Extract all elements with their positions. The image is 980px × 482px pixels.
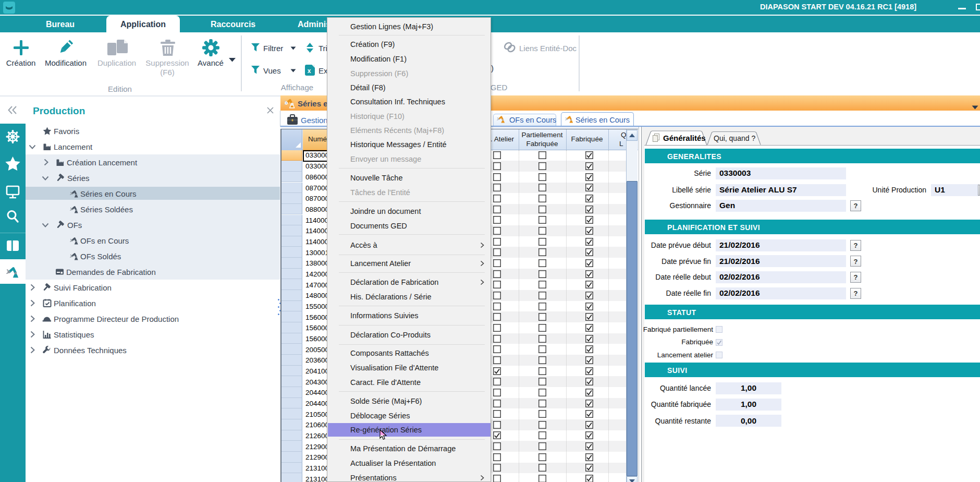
svg-text:x: x [308, 67, 311, 75]
